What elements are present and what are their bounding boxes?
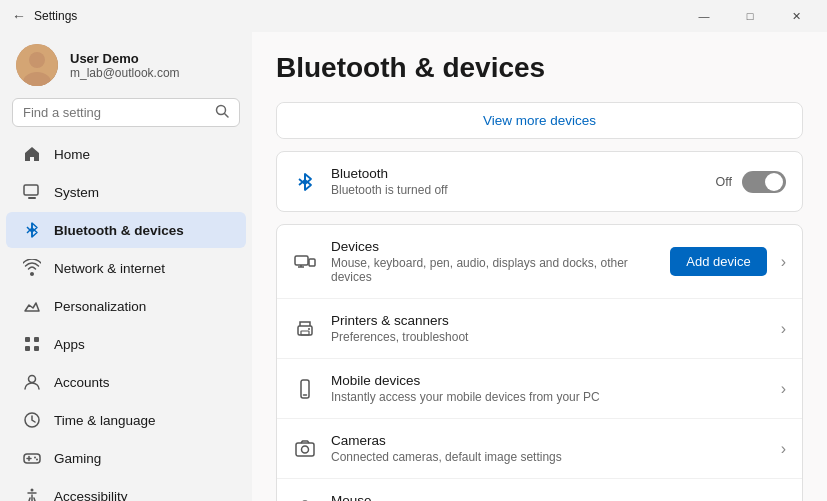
devices-chevron: ›	[781, 253, 786, 271]
nav-item-network[interactable]: Network & internet	[6, 250, 246, 286]
bluetooth-text: Bluetooth Bluetooth is turned off	[331, 166, 702, 197]
nav-item-accounts[interactable]: Accounts	[6, 364, 246, 400]
devices-text: Devices Mouse, keyboard, pen, audio, dis…	[331, 239, 656, 284]
devices-subtitle: Mouse, keyboard, pen, audio, displays an…	[331, 256, 656, 284]
svg-rect-27	[295, 256, 308, 265]
mobile-row[interactable]: Mobile devices Instantly access your mob…	[277, 359, 802, 419]
gaming-icon	[22, 448, 42, 468]
svg-rect-15	[34, 346, 39, 351]
devices-title: Devices	[331, 239, 656, 254]
back-icon[interactable]: ←	[12, 8, 26, 24]
mouse-row[interactable]: Mouse Buttons, mouse pointer speed, scro…	[277, 479, 802, 501]
cameras-row[interactable]: Cameras Connected cameras, default image…	[277, 419, 802, 479]
svg-rect-5	[24, 185, 38, 195]
view-more-button[interactable]: View more devices	[277, 103, 802, 138]
bluetooth-subtitle: Bluetooth is turned off	[331, 183, 702, 197]
mouse-icon	[293, 497, 317, 502]
mobile-subtitle: Instantly access your mobile devices fro…	[331, 390, 763, 404]
cameras-title: Cameras	[331, 433, 763, 448]
mobile-title: Mobile devices	[331, 373, 763, 388]
svg-rect-28	[309, 259, 315, 266]
nav-item-accessibility[interactable]: Accessibility	[6, 478, 246, 501]
apps-icon	[22, 334, 42, 354]
devices-icon	[293, 250, 317, 274]
title-bar-controls: — □ ✕	[681, 0, 819, 32]
devices-section: Devices Mouse, keyboard, pen, audio, dis…	[276, 224, 803, 501]
svg-point-23	[31, 489, 34, 492]
title-bar: ← Settings — □ ✕	[0, 0, 827, 32]
user-name: User Demo	[70, 51, 180, 66]
close-button[interactable]: ✕	[773, 0, 819, 32]
time-icon	[22, 410, 42, 430]
svg-point-21	[34, 457, 36, 459]
minimize-button[interactable]: —	[681, 0, 727, 32]
printers-chevron: ›	[781, 320, 786, 338]
add-device-button[interactable]: Add device	[670, 247, 766, 276]
svg-rect-13	[34, 337, 39, 342]
svg-rect-6	[28, 197, 36, 199]
nav-item-home[interactable]: Home	[6, 136, 246, 172]
printers-action: ›	[777, 320, 786, 338]
nav-item-time[interactable]: Time & language	[6, 402, 246, 438]
view-more-card[interactable]: View more devices	[276, 102, 803, 139]
printers-text: Printers & scanners Preferences, trouble…	[331, 313, 763, 344]
bluetooth-action: Off	[716, 171, 786, 193]
search-box[interactable]	[12, 98, 240, 127]
title-bar-left: ← Settings	[12, 8, 77, 24]
svg-rect-14	[25, 346, 30, 351]
mobile-action: ›	[777, 380, 786, 398]
page-title: Bluetooth & devices	[276, 52, 803, 84]
mobile-text: Mobile devices Instantly access your mob…	[331, 373, 763, 404]
user-profile[interactable]: User Demo m_lab@outlook.com	[0, 36, 252, 98]
maximize-button[interactable]: □	[727, 0, 773, 32]
mouse-title: Mouse	[331, 493, 763, 501]
main-content: Bluetooth & devices View more devices	[252, 32, 827, 501]
bluetooth-toggle[interactable]	[742, 171, 786, 193]
app-body: User Demo m_lab@outlook.com Home	[0, 32, 827, 501]
search-input[interactable]	[23, 105, 207, 120]
devices-row[interactable]: Devices Mouse, keyboard, pen, audio, dis…	[277, 225, 802, 299]
bluetooth-icon	[22, 220, 42, 240]
cameras-chevron: ›	[781, 440, 786, 458]
user-info: User Demo m_lab@outlook.com	[70, 51, 180, 80]
svg-point-16	[29, 376, 36, 383]
personalization-icon	[22, 296, 42, 316]
accounts-icon	[22, 372, 42, 392]
bluetooth-status: Off	[716, 175, 732, 189]
nav-item-gaming[interactable]: Gaming	[6, 440, 246, 476]
window-title: Settings	[34, 9, 77, 23]
printers-row[interactable]: Printers & scanners Preferences, trouble…	[277, 299, 802, 359]
search-icon	[215, 104, 229, 121]
bluetooth-title: Bluetooth	[331, 166, 702, 181]
cameras-subtitle: Connected cameras, default image setting…	[331, 450, 763, 464]
svg-line-4	[225, 114, 229, 118]
svg-rect-36	[296, 443, 314, 456]
user-email: m_lab@outlook.com	[70, 66, 180, 80]
svg-rect-12	[25, 337, 30, 342]
bluetooth-section: Bluetooth Bluetooth is turned off Off	[276, 151, 803, 212]
avatar	[16, 44, 58, 86]
nav-item-bluetooth[interactable]: Bluetooth & devices	[6, 212, 246, 248]
nav-item-system[interactable]: System	[6, 174, 246, 210]
mouse-text: Mouse Buttons, mouse pointer speed, scro…	[331, 493, 763, 501]
svg-point-37	[302, 446, 309, 453]
toggle-knob	[765, 173, 783, 191]
cameras-text: Cameras Connected cameras, default image…	[331, 433, 763, 464]
svg-point-1	[29, 52, 45, 68]
accessibility-icon	[22, 486, 42, 501]
printers-subtitle: Preferences, troubleshoot	[331, 330, 763, 344]
mobile-icon	[293, 377, 317, 401]
bluetooth-row-icon	[293, 170, 317, 194]
mobile-chevron: ›	[781, 380, 786, 398]
nav-item-apps[interactable]: Apps	[6, 326, 246, 362]
system-icon	[22, 182, 42, 202]
nav-item-personalization[interactable]: Personalization	[6, 288, 246, 324]
devices-action: Add device ›	[670, 247, 786, 276]
svg-point-22	[36, 459, 38, 461]
network-icon	[22, 258, 42, 278]
cameras-action: ›	[777, 440, 786, 458]
bluetooth-row[interactable]: Bluetooth Bluetooth is turned off Off	[277, 152, 802, 211]
cameras-icon	[293, 437, 317, 461]
sidebar: User Demo m_lab@outlook.com Home	[0, 32, 252, 501]
svg-point-33	[308, 328, 310, 330]
